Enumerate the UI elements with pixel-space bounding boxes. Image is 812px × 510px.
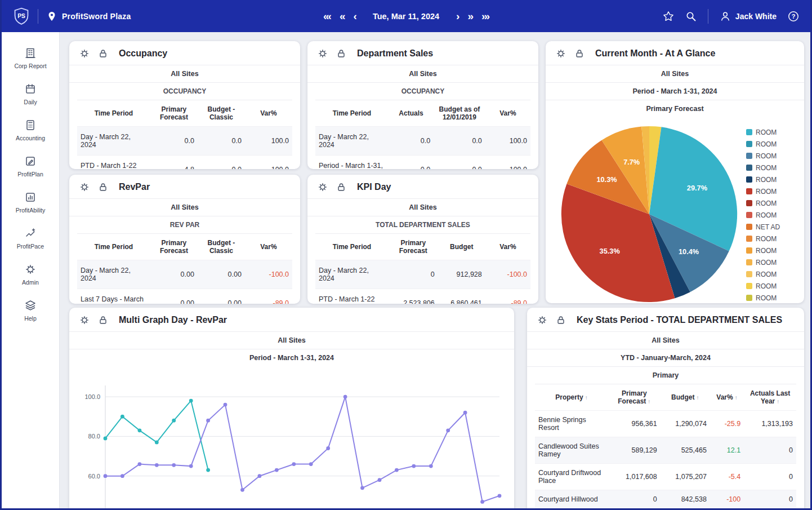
lock-icon[interactable] xyxy=(98,182,108,192)
column-header[interactable]: Primary Forecast↑ xyxy=(608,384,661,411)
bar-chart-icon xyxy=(24,191,37,203)
calculator-icon xyxy=(24,119,37,131)
legend-swatch xyxy=(746,153,752,159)
sidebar-item-profitability[interactable]: ProfitAbility xyxy=(2,184,59,220)
widget-settings-gear-icon[interactable] xyxy=(79,182,90,192)
far-previous-button[interactable]: ‹‹‹ xyxy=(323,11,331,21)
table-row: Candlewood Suites Ramey589,129525,46512.… xyxy=(535,437,796,464)
column-header: Primary Forecast xyxy=(150,100,198,127)
far-next-button[interactable]: ››› xyxy=(481,11,489,21)
site-selector[interactable]: ProfitSword Plaza xyxy=(46,11,131,22)
dashboard-main: Occupancy All Sites OCCUPANCY Time Perio… xyxy=(60,32,810,508)
legend-item: ROOM xyxy=(746,197,789,209)
date-navigation: ‹‹‹ ‹‹ ‹ Tue, Mar 11, 2024 › ›› ››› xyxy=(323,11,489,21)
value-cell: 912,928 xyxy=(438,260,485,289)
sidebar-item-help[interactable]: Help xyxy=(2,292,59,329)
column-header[interactable]: Property↑ xyxy=(535,384,608,411)
all-sites-label: All Sites xyxy=(69,198,300,216)
value-cell: 589,129 xyxy=(608,437,661,464)
user-icon xyxy=(720,11,731,22)
edit-plan-icon xyxy=(24,155,37,167)
widget-settings-gear-icon[interactable] xyxy=(79,48,90,59)
value-cell: 0.00 xyxy=(198,289,245,304)
value-cell: -89.0 xyxy=(245,289,292,304)
value-cell: 842,538 xyxy=(661,490,710,509)
next-month-button[interactable]: ›› xyxy=(467,11,472,21)
widget-settings-gear-icon[interactable] xyxy=(537,315,547,325)
data-table: Time PeriodPrimary ForecastBudget - Clas… xyxy=(77,100,292,169)
legend-label: ROOM xyxy=(756,211,777,219)
sidebar-item-profitpace[interactable]: ProfitPace xyxy=(2,220,59,256)
widget-settings-gear-icon[interactable] xyxy=(318,48,328,59)
kpi-day-table: Time PeriodPrimary ForecastBudgetVar%Day… xyxy=(307,233,538,304)
sort-arrow-icon: ↑ xyxy=(735,394,738,401)
lock-icon[interactable] xyxy=(556,315,566,325)
column-header: Actuals xyxy=(389,100,434,127)
lock-icon[interactable] xyxy=(336,48,346,59)
sidebar-item-label: Help xyxy=(24,315,37,322)
legend-swatch xyxy=(746,271,752,277)
column-header[interactable]: Var%↑ xyxy=(710,384,744,411)
period-label: YTD - January-March, 2024 xyxy=(527,349,804,366)
lock-icon[interactable] xyxy=(574,48,585,59)
legend-label: ROOM xyxy=(756,128,777,136)
data-point xyxy=(155,463,159,467)
profitsword-logo-icon[interactable]: PS xyxy=(13,7,30,25)
legend-item: ROOM xyxy=(746,245,789,256)
card-department-sales: Department Sales All Sites OCCUPANCY Tim… xyxy=(307,41,538,169)
sidebar-item-label: Corp Report xyxy=(14,63,46,69)
sidebar-item-corp-report[interactable]: Corp Report xyxy=(2,40,59,76)
sidebar-item-admin[interactable]: Admin xyxy=(2,256,59,292)
next-day-button[interactable]: › xyxy=(456,11,458,21)
column-header: Primary Forecast xyxy=(150,234,198,260)
legend-item: ROOM xyxy=(746,292,789,303)
data-point xyxy=(412,464,416,468)
lock-icon[interactable] xyxy=(98,315,108,325)
column-header[interactable]: Budget↑ xyxy=(661,384,710,411)
widget-settings-gear-icon[interactable] xyxy=(79,315,90,325)
all-sites-label: All Sites xyxy=(307,65,538,82)
top-navbar: PS ProfitSword Plaza ‹‹‹ ‹‹ ‹ Tue, Mar 1… xyxy=(2,0,810,32)
lock-icon[interactable] xyxy=(336,182,346,192)
period-label: Period - March 1-31, 2024 xyxy=(69,349,514,366)
building-icon xyxy=(24,47,37,59)
previous-day-button[interactable]: ‹ xyxy=(354,11,356,21)
svg-text:PS: PS xyxy=(17,12,25,19)
sidebar-item-profitplan[interactable]: ProfitPlan xyxy=(2,148,59,184)
legend-swatch xyxy=(746,129,752,135)
value-cell: -5.4 xyxy=(710,464,744,490)
card-kpi-day: KPI Day All Sites TOTAL DEPARTMENT SALES… xyxy=(307,175,538,304)
help-icon[interactable]: ? xyxy=(788,11,799,22)
lock-icon[interactable] xyxy=(98,48,108,59)
occupancy-table: Time PeriodPrimary ForecastBudget - Clas… xyxy=(69,100,300,169)
card-title: Occupancy xyxy=(119,48,167,59)
legend-item: ROOM xyxy=(746,126,789,138)
favorites-star-icon[interactable] xyxy=(663,11,674,22)
user-menu[interactable]: Jack White xyxy=(720,11,777,22)
row-label-cell: Day - March 22, 2024 xyxy=(77,260,150,289)
legend-label: ROOM xyxy=(756,140,777,148)
sort-arrow-icon: ↑ xyxy=(648,398,650,405)
widget-settings-gear-icon[interactable] xyxy=(556,48,566,59)
previous-month-button[interactable]: ‹‹ xyxy=(340,11,345,21)
search-icon[interactable] xyxy=(685,11,697,22)
widget-settings-gear-icon[interactable] xyxy=(318,182,328,192)
current-date-label[interactable]: Tue, Mar 11, 2024 xyxy=(373,12,439,21)
section-label: OCCUPANCY xyxy=(69,82,300,100)
data-point xyxy=(240,488,244,492)
legend-item: NET AD xyxy=(746,221,789,233)
sidebar-item-daily[interactable]: Daily xyxy=(2,76,59,112)
value-cell: 0.00 xyxy=(150,289,198,304)
sidebar-nav: Corp Report Daily Accounting ProfitPlan xyxy=(2,32,60,508)
sidebar-item-accounting[interactable]: Accounting xyxy=(2,112,59,148)
topbar-divider xyxy=(708,9,708,24)
data-point xyxy=(138,462,142,466)
column-header: Var% xyxy=(245,100,292,127)
data-point xyxy=(189,399,193,403)
column-header[interactable]: Actuals Last Year↑ xyxy=(744,384,796,411)
legend-label: ROOM xyxy=(756,282,777,290)
all-sites-label: All Sites xyxy=(307,198,538,216)
value-cell: 0 xyxy=(608,490,661,509)
row-label-cell: Day - March 22, 2024 xyxy=(77,127,150,156)
row-label-cell: Period - March 1-31, 2024 xyxy=(315,156,389,170)
